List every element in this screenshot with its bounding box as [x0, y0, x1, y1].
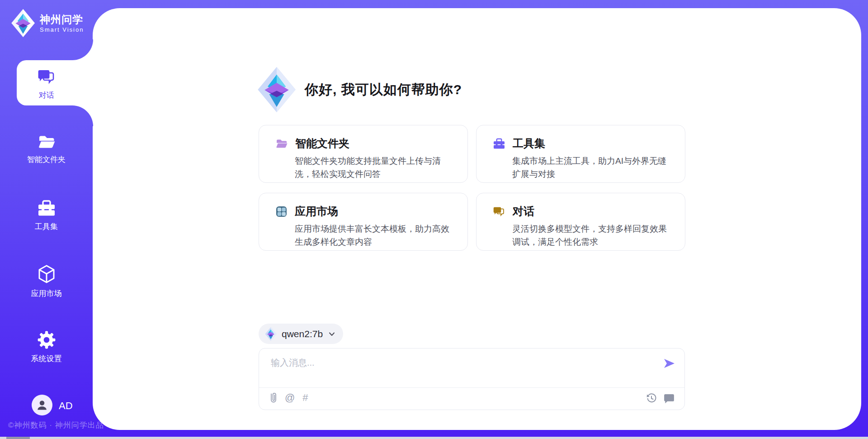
sidebar-item-app-market[interactable]: 应用市场 [0, 264, 93, 299]
chat-icon [493, 205, 505, 218]
person-icon [35, 398, 49, 412]
card-toolbox[interactable]: 工具集 集成市场上主流工具，助力AI与外界无缝扩展与对接 [476, 125, 685, 183]
horizontal-scrollbar-track[interactable] [0, 437, 868, 439]
brand-logo-icon [11, 9, 35, 37]
brand: 神州问学 Smart Vision [11, 9, 84, 37]
model-selector[interactable]: qwen2:7b [259, 324, 343, 344]
greeting-block: 你好, 我可以如何帮助你? [258, 67, 462, 112]
attachment-icon[interactable] [270, 392, 277, 404]
assistant-logo-icon [258, 67, 296, 112]
card-description: 集成市场上主流工具，助力AI与外界无缝扩展与对接 [512, 154, 673, 181]
chat-bubble-icon[interactable] [664, 393, 675, 404]
sidebar-item-label: 应用市场 [31, 288, 62, 299]
app-market-icon [37, 264, 56, 284]
card-title: 工具集 [513, 136, 545, 151]
composer-right-tools [646, 393, 675, 404]
toolbox-icon [493, 138, 505, 150]
card-title: 智能文件夹 [295, 136, 349, 151]
brand-text: 神州问学 Smart Vision [40, 14, 84, 33]
hashtag-icon[interactable]: # [302, 393, 308, 403]
card-app-market[interactable]: 应用市场 应用市场提供丰富长文本模板，助力高效生成多样化文章内容 [259, 193, 468, 251]
card-title: 应用市场 [295, 204, 338, 219]
message-input-box: @ # [259, 348, 685, 410]
chat-icon [37, 67, 56, 86]
model-name: qwen2:7b [282, 329, 323, 339]
sidebar-item-label: 对话 [39, 90, 54, 100]
composer-left-tools: @ # [270, 392, 308, 404]
history-icon[interactable] [646, 393, 657, 404]
copyright-text: ©神州数码 · 神州问学出品 [8, 420, 104, 430]
toolbox-icon [37, 199, 56, 217]
card-description: 应用市场提供丰富长文本模板，助力高效生成多样化文章内容 [295, 222, 456, 248]
card-chat[interactable]: 对话 灵活切换多模型文件，支持多样回复效果调试，满足个性化需求 [476, 193, 685, 251]
message-input[interactable] [270, 356, 651, 384]
brand-name: 神州问学 [40, 14, 84, 25]
folder-icon [38, 133, 56, 150]
sidebar-item-label: 系统设置 [31, 353, 62, 364]
card-description: 灵活切换多模型文件，支持多样回复效果调试，满足个性化需求 [512, 222, 673, 248]
sidebar-item-label: 工具集 [35, 221, 58, 232]
sidebar-item-label: 智能文件夹 [27, 154, 66, 165]
app-market-icon [275, 205, 288, 218]
feature-cards: 智能文件夹 智能文件夹功能支持批量文件上传与清洗，轻松实现文件问答 工具集 集成… [259, 125, 685, 251]
app-window: 神州问学 Smart Vision 对话 智能文件夹 [0, 0, 868, 439]
sidebar-item-smart-folder[interactable]: 智能文件夹 [0, 133, 93, 165]
sidebar-item-settings[interactable]: 系统设置 [0, 330, 93, 364]
card-smart-folder[interactable]: 智能文件夹 智能文件夹功能支持批量文件上传与清洗，轻松实现文件问答 [259, 125, 468, 183]
mention-icon[interactable]: @ [285, 393, 295, 403]
sidebar-item-chat[interactable]: 对话 [0, 67, 93, 100]
horizontal-scrollbar-thumb[interactable] [6, 437, 30, 439]
sidebar-item-toolbox[interactable]: 工具集 [0, 199, 93, 232]
user-name: AD [59, 400, 73, 412]
card-title: 对话 [513, 204, 534, 219]
user-avatar[interactable] [32, 395, 52, 415]
chevron-down-icon [328, 330, 336, 338]
greeting-title: 你好, 我可以如何帮助你? [305, 81, 462, 99]
composer-divider [259, 387, 684, 388]
folder-icon [275, 138, 288, 149]
gear-icon [37, 330, 56, 349]
card-description: 智能文件夹功能支持批量文件上传与清洗，轻松实现文件问答 [295, 154, 456, 181]
model-logo-icon [265, 327, 277, 341]
send-icon[interactable] [663, 358, 675, 369]
brand-subtitle: Smart Vision [40, 26, 84, 33]
